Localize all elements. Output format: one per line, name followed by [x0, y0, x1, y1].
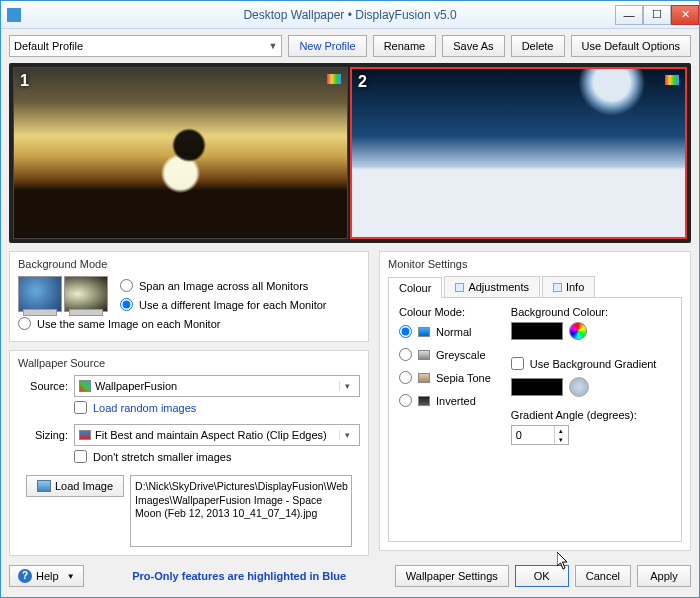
monitor-number: 1	[20, 72, 29, 90]
tab-body-colour: Colour Mode: Normal Greyscale Sepia Tone…	[388, 298, 682, 542]
monitor-preview-1[interactable]: 1	[13, 67, 348, 239]
radio-span[interactable]	[120, 279, 133, 292]
spinner-buttons[interactable]: ▴▾	[554, 426, 568, 444]
rename-button[interactable]: Rename	[373, 35, 437, 57]
radio-different[interactable]	[120, 298, 133, 311]
swatch-icon	[418, 350, 430, 360]
bg-colour-label: Background Colour:	[511, 306, 657, 318]
radio-greyscale[interactable]	[399, 348, 412, 361]
monitor-preview-2[interactable]: 2	[350, 67, 687, 239]
checkbox-label: Don't stretch smaller images	[93, 451, 231, 463]
wallpaper-thumbnail	[352, 69, 685, 237]
wallpaper-thumbnail	[14, 68, 347, 238]
tab-adjustments[interactable]: Adjustments	[444, 276, 540, 297]
chevron-down-icon: ▼	[67, 572, 75, 581]
new-profile-button[interactable]: New Profile	[288, 35, 366, 57]
group-legend: Wallpaper Source	[18, 357, 360, 369]
radio-label: Normal	[436, 326, 471, 338]
globe-icon	[18, 276, 62, 312]
chevron-down-icon: ▾	[339, 430, 355, 440]
colour-icon	[665, 75, 679, 85]
source-icon	[79, 380, 91, 392]
swatch-icon	[418, 373, 430, 383]
button-label: Load Image	[55, 480, 113, 492]
maximize-button[interactable]: ☐	[643, 5, 671, 25]
group-legend: Background Mode	[18, 258, 360, 270]
profile-select-value: Default Profile	[14, 40, 83, 52]
chevron-down-icon: ▾	[339, 381, 355, 391]
gradient-colour-swatch[interactable]	[511, 378, 563, 396]
main-body: Background Mode Span an Image across all…	[1, 243, 699, 559]
tab-info[interactable]: Info	[542, 276, 595, 297]
radio-inverted[interactable]	[399, 394, 412, 407]
radio-sepia[interactable]	[399, 371, 412, 384]
radio-normal[interactable]	[399, 325, 412, 338]
image-icon	[37, 480, 51, 492]
use-default-options-button[interactable]: Use Default Options	[571, 35, 691, 57]
checkbox-label: Use Background Gradient	[530, 358, 657, 370]
background-mode-group: Background Mode Span an Image across all…	[9, 251, 369, 342]
tab-colour[interactable]: Colour	[388, 277, 442, 298]
source-value: WallpaperFusion	[95, 380, 177, 392]
settings-tabs: Colour Adjustments Info	[388, 276, 682, 298]
colour-picker-button[interactable]	[569, 322, 587, 340]
monitor-number: 2	[358, 73, 367, 91]
no-stretch-checkbox[interactable]	[74, 450, 87, 463]
colour-mode-label: Colour Mode:	[399, 306, 491, 318]
button-label: Help	[36, 570, 59, 582]
sizing-value: Fit Best and maintain Aspect Ratio (Clip…	[95, 429, 327, 441]
radio-label: Span an Image across all Monitors	[139, 280, 308, 292]
titlebar[interactable]: Desktop Wallpaper • DisplayFusion v5.0 —…	[1, 1, 699, 29]
colour-icon	[327, 74, 341, 84]
promo-text: Pro-Only features are highlighted in Blu…	[132, 570, 346, 582]
bg-colour-swatch[interactable]	[511, 322, 563, 340]
monitor-preview-area: 1 2	[9, 63, 691, 243]
window-title: Desktop Wallpaper • DisplayFusion v5.0	[1, 8, 699, 22]
app-window: Desktop Wallpaper • DisplayFusion v5.0 —…	[0, 0, 700, 598]
profile-select[interactable]: Default Profile ▼	[9, 35, 282, 57]
radio-same[interactable]	[18, 317, 31, 330]
close-button[interactable]: ✕	[671, 5, 699, 25]
load-image-button[interactable]: Load Image	[26, 475, 124, 497]
help-button[interactable]: ? Help ▼	[9, 565, 84, 587]
group-legend: Monitor Settings	[388, 258, 682, 270]
swatch-icon	[418, 327, 430, 337]
tab-icon	[455, 283, 464, 292]
radio-label: Sepia Tone	[436, 372, 491, 384]
radio-label: Use the same Image on each Monitor	[37, 318, 220, 330]
radio-label: Greyscale	[436, 349, 486, 361]
load-random-checkbox[interactable]	[74, 401, 87, 414]
apply-button[interactable]: Apply	[637, 565, 691, 587]
swatch-icon	[418, 396, 430, 406]
sizing-label: Sizing:	[18, 429, 68, 441]
monitor-settings-group: Monitor Settings Colour Adjustments Info…	[379, 251, 691, 551]
use-gradient-checkbox[interactable]	[511, 357, 524, 370]
sizing-icon	[79, 430, 91, 440]
spinner-value: 0	[512, 429, 554, 441]
tab-icon	[553, 283, 562, 292]
cancel-button[interactable]: Cancel	[575, 565, 631, 587]
checkbox-label: Load random images	[93, 402, 196, 414]
save-as-button[interactable]: Save As	[442, 35, 504, 57]
ok-button[interactable]: OK	[515, 565, 569, 587]
minimize-button[interactable]: —	[615, 5, 643, 25]
wallpaper-source-group: Wallpaper Source Source: WallpaperFusion…	[9, 350, 369, 556]
gradient-colour-button[interactable]	[569, 377, 589, 397]
profile-toolbar: Default Profile ▼ New Profile Rename Sav…	[1, 29, 699, 63]
source-label: Source:	[18, 380, 68, 392]
gradient-angle-spinner[interactable]: 0 ▴▾	[511, 425, 569, 445]
gradient-angle-label: Gradient Angle (degrees):	[511, 409, 657, 421]
mode-thumbnails	[18, 276, 108, 312]
source-combo[interactable]: WallpaperFusion ▾	[74, 375, 360, 397]
radio-label: Use a different Image for each Monitor	[139, 299, 327, 311]
image-path-list[interactable]: D:\Nick\SkyDrive\Pictures\DisplayFusion\…	[130, 475, 352, 547]
delete-button[interactable]: Delete	[511, 35, 565, 57]
wallpaper-settings-button[interactable]: Wallpaper Settings	[395, 565, 509, 587]
radio-label: Inverted	[436, 395, 476, 407]
sizing-combo[interactable]: Fit Best and maintain Aspect Ratio (Clip…	[74, 424, 360, 446]
app-icon	[7, 8, 21, 22]
chevron-down-icon: ▼	[268, 41, 277, 51]
galaxy-icon	[64, 276, 108, 312]
help-icon: ?	[18, 569, 32, 583]
footer: ? Help ▼ Pro-Only features are highlight…	[1, 559, 699, 597]
